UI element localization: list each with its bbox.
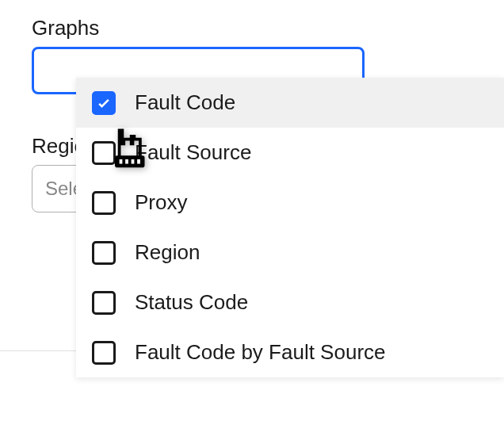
graphs-label: Graphs: [32, 16, 472, 40]
dropdown-panel: Fault Code Fault Source Proxy Region: [76, 78, 504, 377]
dropdown-option-label: Fault Code: [135, 90, 235, 115]
dropdown-option-fault-code-by-fault-source[interactable]: Fault Code by Fault Source: [76, 327, 504, 377]
dropdown-option-label: Region: [135, 240, 200, 265]
checkmark-icon: [96, 95, 112, 111]
dropdown-option-fault-code[interactable]: Fault Code: [76, 78, 504, 128]
checkbox-fault-code[interactable]: [92, 91, 116, 115]
checkbox-proxy[interactable]: [92, 191, 116, 215]
checkbox-fault-code-by-fault-source[interactable]: [92, 341, 116, 365]
dropdown-option-region[interactable]: Region: [76, 228, 504, 277]
dropdown-option-status-code[interactable]: Status Code: [76, 277, 504, 327]
divider: [0, 350, 76, 351]
dropdown-option-proxy[interactable]: Proxy: [76, 178, 504, 228]
dropdown-option-label: Status Code: [135, 290, 248, 315]
dropdown-option-label: Fault Code by Fault Source: [135, 340, 386, 365]
checkbox-region[interactable]: [92, 241, 116, 265]
checkbox-fault-source[interactable]: [92, 141, 116, 165]
dropdown-option-label: Fault Source: [135, 140, 251, 165]
checkbox-status-code[interactable]: [92, 291, 116, 315]
dropdown-option-label: Proxy: [135, 190, 187, 215]
dropdown-option-fault-source[interactable]: Fault Source: [76, 128, 504, 178]
